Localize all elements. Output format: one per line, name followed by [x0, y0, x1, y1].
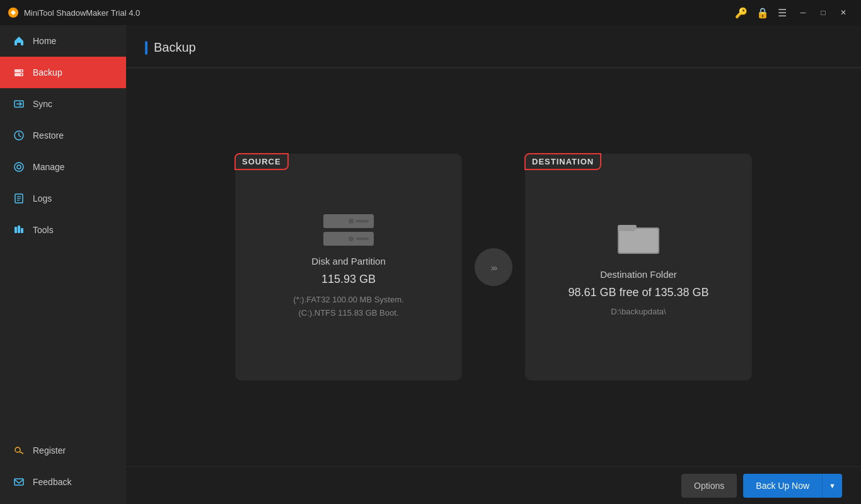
sidebar: Home Backup Sync	[0, 25, 126, 504]
folder-icon	[616, 219, 661, 259]
svg-rect-14	[18, 226, 20, 233]
content-area: Backup SOURCE	[126, 25, 861, 504]
sidebar-item-register[interactable]: Register	[0, 435, 126, 466]
svg-rect-23	[618, 226, 635, 231]
arrow-indicator: ›››	[475, 248, 512, 286]
svg-point-16	[15, 447, 20, 452]
backup-dropdown-arrow[interactable]: ▼	[823, 474, 842, 498]
sidebar-bottom: Register Feedback	[0, 435, 126, 504]
svg-line-17	[20, 452, 23, 454]
toolbar-icons: 🔑 🔒 ☰	[735, 7, 787, 19]
source-main-text: Disk and Partition	[311, 256, 386, 266]
sidebar-item-logs[interactable]: Logs	[0, 183, 126, 214]
key-toolbar-icon[interactable]: 🔑	[735, 7, 748, 19]
logs-icon	[13, 192, 25, 205]
sidebar-item-sync[interactable]: Sync	[0, 88, 126, 120]
sidebar-item-feedback[interactable]: Feedback	[0, 466, 126, 498]
sidebar-restore-label: Restore	[33, 130, 64, 140]
hdd-icon	[323, 214, 374, 246]
restore-icon	[13, 129, 25, 142]
chevron-right-icon: ›››	[491, 262, 497, 273]
content-header: Backup	[126, 25, 861, 68]
mail-icon	[13, 476, 25, 488]
svg-point-7	[17, 165, 21, 169]
sidebar-feedback-label: Feedback	[33, 477, 71, 487]
destination-path: D:\backupdata\	[611, 307, 666, 316]
key-icon	[13, 444, 25, 457]
sidebar-item-backup[interactable]: Backup	[0, 57, 126, 88]
svg-rect-15	[21, 228, 23, 233]
title-bar: MiniTool ShadowMaker Trial 4.0 🔑 🔒 ☰ ─ □…	[0, 0, 861, 25]
sidebar-logs-label: Logs	[33, 193, 52, 203]
app-title: MiniTool ShadowMaker Trial 4.0	[24, 8, 735, 18]
sidebar-sync-label: Sync	[33, 99, 52, 109]
backup-icon	[13, 66, 25, 79]
svg-point-3	[21, 70, 22, 71]
page-title: Backup	[154, 40, 196, 55]
sidebar-manage-label: Manage	[33, 162, 65, 172]
svg-rect-22	[619, 229, 658, 253]
backup-now-main[interactable]: Back Up Now	[743, 474, 823, 498]
app-logo	[8, 7, 19, 18]
window-controls: ─ □ ✕	[793, 4, 853, 21]
header-accent-bar	[145, 41, 147, 55]
sync-icon	[13, 98, 25, 110]
svg-point-8	[14, 163, 23, 171]
sidebar-tools-label: Tools	[33, 225, 54, 235]
tools-icon	[13, 224, 25, 236]
sidebar-item-tools[interactable]: Tools	[0, 214, 126, 246]
source-size: 115.93 GB	[321, 273, 376, 286]
home-icon	[13, 35, 25, 47]
destination-card[interactable]: DESTINATION Destination Folder 98.61 GB …	[525, 154, 752, 381]
bottom-bar: Options Back Up Now ▼	[126, 466, 861, 504]
close-button[interactable]: ✕	[833, 4, 853, 21]
sidebar-item-home[interactable]: Home	[0, 25, 126, 57]
svg-point-4	[21, 74, 22, 75]
menu-toolbar-icon[interactable]: ☰	[778, 7, 787, 19]
lock-toolbar-icon[interactable]: 🔒	[756, 7, 769, 19]
maximize-button[interactable]: □	[813, 4, 833, 21]
destination-main-text: Destination Folder	[600, 269, 677, 280]
sidebar-item-restore[interactable]: Restore	[0, 120, 126, 151]
backup-now-button[interactable]: Back Up Now ▼	[743, 474, 842, 498]
minimize-button[interactable]: ─	[793, 4, 813, 21]
sidebar-register-label: Register	[33, 445, 66, 455]
source-detail: (*:).FAT32 100.00 MB System. (C:).NTFS 1…	[293, 294, 403, 320]
main-layout: Home Backup Sync	[0, 25, 861, 504]
svg-rect-18	[14, 479, 23, 485]
sidebar-backup-label: Backup	[33, 67, 62, 77]
sidebar-item-manage[interactable]: Manage	[0, 151, 126, 183]
manage-icon	[13, 161, 25, 173]
destination-free-size: 98.61 GB free of 135.38 GB	[568, 286, 708, 299]
sidebar-home-label: Home	[33, 36, 56, 46]
options-button[interactable]: Options	[681, 474, 737, 498]
source-label: SOURCE	[234, 153, 289, 170]
source-card[interactable]: SOURCE Disk and Partition 115.93	[235, 154, 462, 381]
backup-area: SOURCE Disk and Partition 115.93	[126, 68, 861, 466]
destination-label: DESTINATION	[524, 153, 601, 170]
svg-rect-13	[14, 227, 17, 233]
